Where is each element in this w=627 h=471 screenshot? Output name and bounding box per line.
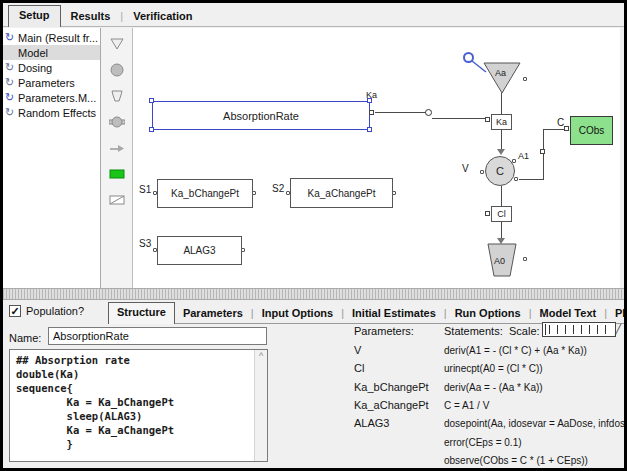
model-diagram-canvas[interactable]: AbsorptionRate Ka Aa Ka C V A1 (133, 28, 620, 288)
connector-wire (432, 118, 486, 119)
horizontal-splitter[interactable] (3, 288, 624, 300)
a0-label: A0 (494, 256, 505, 266)
sidebar-item-model[interactable]: Model (3, 45, 100, 60)
parameter-item[interactable]: Ka_bChangePt (354, 381, 429, 393)
elimination-cup-icon[interactable] (106, 85, 128, 107)
parameter-item[interactable]: Cl (354, 362, 364, 374)
tab-run-options[interactable]: Run Options (447, 304, 529, 323)
name-input[interactable] (48, 327, 267, 345)
sidebar-item-label: Random Effects (18, 107, 96, 119)
circle-compartment-icon[interactable] (106, 59, 128, 81)
connector-wire (519, 179, 544, 180)
scroll-up-icon[interactable]: ^ (255, 350, 267, 362)
selection-handle[interactable] (149, 98, 154, 103)
s3-port-label: S3 (139, 238, 151, 249)
statement-item: dosepoint(Aa, idosevar = AaDose, infdose… (444, 418, 624, 429)
flow-arrow-icon[interactable] (106, 137, 128, 159)
tab-model-text[interactable]: Model Text (532, 304, 605, 323)
wire-handle[interactable] (540, 149, 545, 154)
aa-depot-triangle[interactable] (483, 62, 521, 95)
central-compartment[interactable]: C (485, 156, 515, 186)
sidebar-item-label: Model (18, 47, 48, 59)
cobs-observation-block[interactable]: CObs (570, 116, 613, 145)
cobs-port[interactable] (564, 126, 569, 131)
pml-code-editor[interactable]: ## Absorption rate double(Ka) sequence{ … (9, 349, 268, 462)
triangle-dose-icon[interactable] (106, 33, 128, 55)
tab-input-options[interactable]: Input Options (254, 304, 341, 323)
arrowhead (497, 149, 505, 155)
parameter-item[interactable]: Ka_aChangePt (354, 399, 429, 411)
options-tab-bar: Structure Parameters | Input Options | I… (108, 300, 624, 324)
workflow-link-icon: ↻ (5, 32, 18, 43)
parameter-item[interactable]: V (354, 344, 361, 356)
alag3-block[interactable]: ALAG3 (157, 236, 242, 265)
ported-compartment-icon[interactable] (106, 111, 128, 133)
code-line: } (16, 437, 254, 451)
population-checkbox[interactable]: ✓ (9, 305, 21, 317)
workflow-link-icon: ↻ (5, 92, 18, 103)
tab-results[interactable]: Results (61, 7, 121, 26)
scale-header: Scale: (509, 325, 540, 337)
top-tab-bar: Setup Results | Verification (3, 3, 624, 27)
c-output-port[interactable] (514, 177, 518, 181)
tab-plots[interactable]: Plots (607, 304, 627, 323)
s2-out-port[interactable] (392, 191, 396, 195)
sidebar-item-label: Parameters.M... (18, 92, 96, 104)
tab-setup[interactable]: Setup (8, 5, 61, 27)
ka-output-port-label: Ka (366, 90, 377, 100)
sidebar-item-random-effects[interactable]: ↻ Random Effects (3, 105, 100, 120)
model-options-panel: ✓ Population? Structure Parameters | Inp… (3, 300, 624, 468)
parameter-item[interactable]: ALAG3 (354, 417, 389, 429)
output-port[interactable] (369, 110, 374, 115)
sidebar-item-parameters[interactable]: ↻ Parameters (3, 75, 100, 90)
v-port-label: V (462, 163, 469, 174)
population-row: ✓ Population? (9, 305, 84, 317)
code-line: Ka = Ka_bChangePt (16, 395, 254, 409)
ka-rate-box[interactable]: Ka (491, 114, 512, 130)
aa-port[interactable] (523, 77, 527, 81)
scale-slider-handle-icon[interactable]: ╱ (615, 324, 621, 335)
s3-out-port[interactable] (241, 248, 245, 252)
s1-out-port[interactable] (252, 191, 256, 195)
sidebar-item-label: Parameters (18, 77, 75, 89)
workflow-link-icon: ↻ (5, 62, 18, 73)
a1-port[interactable] (512, 159, 516, 163)
statements-header: Statements: (444, 325, 503, 337)
ka-port[interactable] (485, 117, 490, 122)
wire-loop-joint[interactable] (425, 109, 432, 116)
sidebar-item-label: Main (Result fr... (18, 32, 98, 44)
statement-item: C = A1 / V (444, 400, 624, 411)
tab-parameters[interactable]: Parameters (175, 304, 251, 323)
sidebar-item-parameters-m[interactable]: ↻ Parameters.M... (3, 90, 100, 105)
sidebar-item-dosing[interactable]: ↻ Dosing (3, 60, 100, 75)
statement-item: deriv(Aa = - (Aa * Ka)) (444, 382, 624, 393)
code-line: sleep(ALAG3) (16, 409, 254, 423)
connector-wire (501, 93, 502, 114)
workflow-link-icon: ↻ (5, 107, 18, 118)
name-label: Name: (9, 332, 41, 344)
v-port[interactable] (480, 170, 484, 174)
tab-structure[interactable]: Structure (108, 302, 175, 324)
sidebar-item-main[interactable]: ↻ Main (Result fr... (3, 30, 100, 45)
tab-verification[interactable]: Verification (123, 7, 202, 26)
s2-in-port[interactable] (286, 191, 290, 195)
observation-icon[interactable] (106, 189, 128, 211)
editor-scrollbar[interactable]: ^ (254, 350, 267, 461)
procedure-block-icon[interactable] (106, 163, 128, 185)
selection-handle[interactable] (367, 127, 372, 132)
absorption-rate-block[interactable]: AbsorptionRate (152, 101, 370, 130)
code-text[interactable]: ## Absorption rate double(Ka) sequence{ … (10, 350, 254, 461)
s1-in-port[interactable] (153, 191, 157, 195)
tab-initial-estimates[interactable]: Initial Estimates (344, 304, 444, 323)
s1-port-label: S1 (139, 184, 151, 195)
ka-bchangept-block[interactable]: Ka_bChangePt (157, 179, 253, 208)
selection-handle[interactable] (149, 127, 154, 132)
cl-port[interactable] (485, 211, 490, 216)
statement-item: error(CEps = 0.1) (444, 437, 624, 448)
s3-in-port[interactable] (153, 248, 157, 252)
scale-slider-thumb[interactable] (545, 324, 546, 335)
a0-port[interactable] (523, 257, 527, 261)
cl-clearance-box[interactable]: Cl (491, 206, 512, 222)
ka-achangept-block[interactable]: Ka_aChangePt (290, 178, 393, 208)
scale-slider[interactable] (542, 322, 616, 337)
